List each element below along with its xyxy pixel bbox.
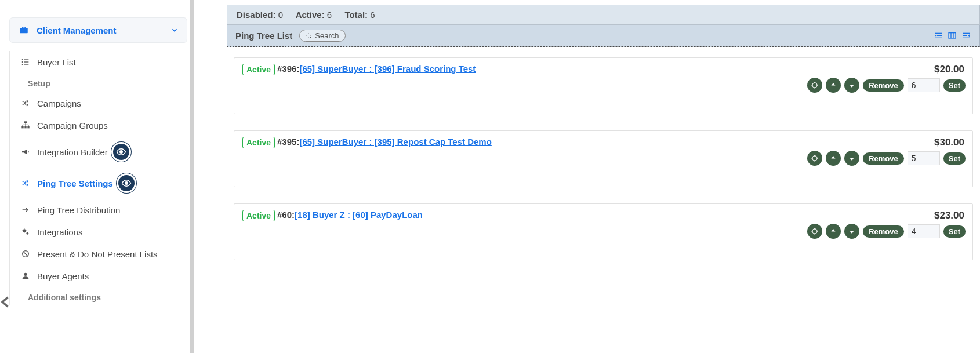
sidebar-item-integrations[interactable]: Integrations bbox=[15, 221, 187, 243]
status-active-value: 6 bbox=[327, 10, 332, 20]
cogs-icon bbox=[20, 227, 31, 237]
eye-badge-icon[interactable] bbox=[117, 173, 136, 193]
move-down-button[interactable] bbox=[844, 151, 859, 166]
sidebar-item-ping-tree-settings[interactable]: Ping Tree Settings bbox=[15, 168, 187, 199]
sidebar-item-label: Campaigns bbox=[37, 99, 81, 108]
item-link[interactable]: [65] SuperBuyer : [395] Repost Cap Test … bbox=[299, 137, 491, 147]
sidebar-item-label: Ping Tree Distribution bbox=[37, 205, 120, 215]
svg-point-4 bbox=[22, 64, 23, 65]
shuffle-icon bbox=[20, 98, 31, 108]
ping-tree-card: Active #395: [65] SuperBuyer : [395] Rep… bbox=[234, 130, 973, 187]
sidebar-collapse-button[interactable] bbox=[0, 294, 14, 310]
svg-rect-20 bbox=[949, 32, 956, 38]
svg-rect-18 bbox=[937, 35, 942, 35]
status-active-label: Active: bbox=[296, 10, 325, 20]
status-total-label: Total: bbox=[344, 10, 368, 20]
order-input[interactable] bbox=[908, 78, 940, 92]
svg-point-15 bbox=[24, 273, 27, 276]
remove-button[interactable]: Remove bbox=[863, 225, 904, 238]
card-footer bbox=[234, 99, 972, 114]
view-indent-icon[interactable] bbox=[933, 31, 943, 41]
sidebar-item-buyer-list[interactable]: Buyer List bbox=[15, 51, 187, 73]
svg-rect-8 bbox=[24, 126, 26, 128]
shuffle-icon bbox=[20, 178, 31, 188]
move-up-button[interactable] bbox=[826, 224, 841, 239]
sidebar-separator-setup: Setup bbox=[15, 75, 187, 92]
status-badge: Active bbox=[242, 210, 275, 221]
list-icon bbox=[20, 57, 31, 67]
eye-badge-icon[interactable] bbox=[111, 142, 131, 162]
target-button[interactable] bbox=[807, 78, 822, 93]
ping-tree-list: Active #396: [65] SuperBuyer : [396] Fra… bbox=[227, 47, 980, 260]
status-badge: Active bbox=[242, 137, 275, 148]
target-button[interactable] bbox=[807, 151, 822, 166]
ban-icon bbox=[20, 249, 31, 259]
ping-tree-card: Active #396: [65] SuperBuyer : [396] Fra… bbox=[234, 57, 973, 114]
svg-point-26 bbox=[812, 229, 817, 234]
sidebar-item-label: Integrations bbox=[37, 227, 82, 237]
move-down-button[interactable] bbox=[844, 224, 859, 239]
sidebar: Client Management Buyer List Setup bbox=[0, 0, 194, 353]
status-badge: Active bbox=[242, 64, 275, 75]
list-title: Ping Tree List bbox=[235, 31, 292, 41]
main-content: Disabled: 0 Active: 6 Total: 6 Ping Tree… bbox=[194, 0, 980, 353]
user-icon bbox=[20, 271, 31, 281]
svg-point-0 bbox=[22, 59, 23, 60]
item-id: #396: bbox=[277, 64, 299, 74]
svg-point-2 bbox=[22, 61, 23, 63]
status-total-value: 6 bbox=[370, 10, 375, 20]
sidebar-item-label: Present & Do Not Present Lists bbox=[37, 249, 158, 259]
sidebar-item-integration-builder[interactable]: Integration Builder bbox=[15, 136, 187, 168]
item-id: #60: bbox=[277, 210, 295, 220]
sidebar-item-label: Additional settings bbox=[28, 293, 101, 302]
sidebar-item-label: Campaign Groups bbox=[37, 121, 108, 130]
svg-point-25 bbox=[812, 156, 817, 161]
remove-button[interactable]: Remove bbox=[863, 79, 904, 92]
chevron-down-icon bbox=[170, 26, 179, 34]
search-button[interactable]: Search bbox=[299, 30, 345, 42]
order-input[interactable] bbox=[908, 151, 940, 165]
item-link[interactable]: [65] SuperBuyer : [396] Fraud Scoring Te… bbox=[299, 64, 476, 74]
svg-rect-19 bbox=[935, 37, 942, 38]
sidebar-item-buyer-agents[interactable]: Buyer Agents bbox=[15, 265, 187, 287]
sidebar-item-label: Integration Builder bbox=[37, 147, 108, 157]
set-button[interactable]: Set bbox=[943, 79, 966, 92]
ping-tree-card: Active #60: [18] Buyer Z : [60] PayDayLo… bbox=[234, 203, 973, 260]
sidebar-header-label: Client Management bbox=[37, 26, 117, 35]
item-id: #395: bbox=[277, 137, 299, 147]
bullhorn-icon bbox=[20, 147, 31, 157]
status-bar: Disabled: 0 Active: 6 Total: 6 bbox=[227, 5, 980, 25]
sidebar-item-campaigns[interactable]: Campaigns bbox=[15, 92, 187, 114]
move-down-button[interactable] bbox=[844, 78, 859, 93]
sidebar-item-campaign-groups[interactable]: Campaign Groups bbox=[15, 114, 187, 136]
svg-rect-3 bbox=[24, 61, 28, 62]
svg-rect-17 bbox=[935, 32, 942, 33]
set-button[interactable]: Set bbox=[943, 225, 966, 238]
item-link[interactable]: [18] Buyer Z : [60] PayDayLoan bbox=[295, 210, 423, 220]
order-input[interactable] bbox=[908, 224, 940, 238]
sidebar-item-present-lists[interactable]: Present & Do Not Present Lists bbox=[15, 243, 187, 265]
remove-button[interactable]: Remove bbox=[863, 152, 904, 165]
svg-point-11 bbox=[125, 182, 128, 185]
svg-point-10 bbox=[120, 151, 123, 154]
sidebar-item-label: Buyer Agents bbox=[37, 271, 89, 281]
move-up-button[interactable] bbox=[826, 78, 841, 93]
sidebar-nav: Buyer List Setup Campaigns Campaign Grou… bbox=[9, 51, 187, 305]
view-outdent-icon[interactable] bbox=[961, 31, 971, 41]
view-columns-icon[interactable] bbox=[947, 31, 957, 41]
sidebar-header-client-management[interactable]: Client Management bbox=[9, 17, 187, 43]
svg-rect-7 bbox=[21, 126, 23, 128]
svg-rect-21 bbox=[963, 32, 970, 33]
item-price: $30.00 bbox=[934, 137, 964, 148]
item-price: $23.00 bbox=[934, 210, 964, 221]
svg-rect-23 bbox=[963, 37, 970, 38]
card-footer bbox=[234, 245, 972, 260]
sidebar-item-label: Ping Tree Settings bbox=[37, 179, 113, 188]
target-button[interactable] bbox=[807, 224, 822, 239]
move-up-button[interactable] bbox=[826, 151, 841, 166]
sidebar-item-ping-tree-distribution[interactable]: Ping Tree Distribution bbox=[15, 199, 187, 221]
sidebar-item-label: Setup bbox=[28, 79, 50, 88]
status-disabled-value: 0 bbox=[278, 10, 283, 20]
set-button[interactable]: Set bbox=[943, 152, 966, 165]
svg-rect-5 bbox=[24, 64, 28, 64]
